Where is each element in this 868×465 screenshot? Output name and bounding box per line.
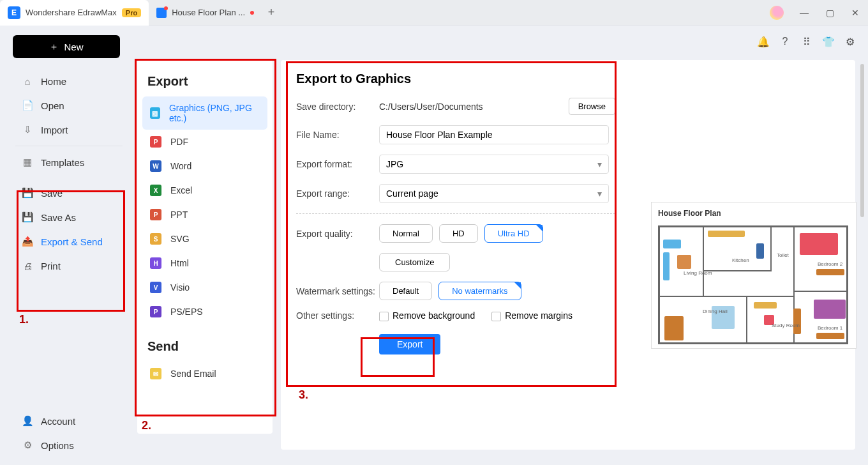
app-logo-icon: E — [8, 6, 20, 19]
room-label: Toilet — [777, 252, 789, 258]
gear-icon: ⚙ — [22, 439, 33, 451]
divider — [296, 213, 615, 214]
room-label: Kitchen — [732, 257, 749, 263]
new-button-label: New — [64, 42, 83, 52]
ps-icon: P — [150, 306, 161, 317]
export-word[interactable]: WWord — [142, 154, 267, 178]
unsaved-dot-icon — [250, 11, 254, 15]
format-select[interactable]: JPG — [379, 155, 609, 174]
remove-background-checkbox[interactable]: Remove background — [379, 310, 475, 321]
nav-save[interactable]: 💾Save — [13, 181, 125, 205]
nav-account[interactable]: 👤Account — [13, 409, 125, 433]
maximize-button[interactable]: ▢ — [817, 8, 842, 18]
export-graphics[interactable]: ▨Graphics (PNG, JPG etc.) — [142, 96, 267, 130]
filename-label: File Name: — [296, 130, 379, 140]
format-value: JPG — [386, 159, 403, 169]
nav-templates[interactable]: ▦Templates — [13, 150, 125, 174]
left-nav-bottom: 👤Account ⚙Options — [13, 409, 125, 457]
export-pdf[interactable]: PPDF — [142, 130, 267, 154]
annotation-label-1: 1. — [19, 313, 29, 326]
apps-button[interactable]: ⠿ — [800, 35, 813, 48]
export-html-label: Html — [170, 258, 189, 268]
other-label: Other settings: — [296, 310, 379, 321]
export-pseps[interactable]: PPS/EPS — [142, 300, 267, 324]
panel-title: Export to Graphics — [296, 72, 615, 86]
nav-open[interactable]: 📄Open — [13, 93, 125, 118]
save-icon: 💾 — [22, 187, 33, 199]
new-button[interactable]: ＋ New — [13, 35, 120, 58]
export-ppt-label: PPT — [170, 210, 188, 220]
export-svg-label: SVG — [170, 234, 190, 244]
export-pdf-label: PDF — [170, 137, 188, 147]
home-icon: ⌂ — [22, 75, 33, 87]
watermark-none[interactable]: No watermarks — [438, 282, 521, 300]
nav-export-send[interactable]: 📤Export & Send — [13, 229, 125, 254]
nav-home-label: Home — [41, 76, 66, 87]
range-value: Current page — [386, 188, 438, 199]
user-avatar[interactable] — [770, 6, 784, 20]
quality-customize[interactable]: Customize — [379, 253, 450, 271]
browse-button[interactable]: Browse — [569, 98, 615, 115]
nav-import[interactable]: ⇩Import — [13, 118, 125, 142]
pro-badge: Pro — [122, 8, 141, 17]
range-label: Export range: — [296, 188, 379, 199]
titlebar: E Wondershare EdrawMax Pro House Floor P… — [0, 0, 868, 26]
app-name: Wondershare EdrawMax — [26, 8, 117, 17]
quality-normal[interactable]: Normal — [379, 224, 433, 243]
room-label: Study Room — [772, 323, 800, 328]
watermark-label: Watermark settings: — [296, 286, 379, 296]
filename-input[interactable] — [379, 125, 609, 144]
templates-icon: ▦ — [22, 156, 33, 168]
saveas-icon: 💾 — [22, 211, 33, 223]
watermark-default[interactable]: Default — [379, 282, 432, 300]
room-label: Living Room — [684, 270, 712, 276]
checkbox-icon — [379, 312, 389, 321]
print-icon: 🖨 — [22, 260, 33, 271]
plus-icon: ＋ — [49, 41, 59, 53]
save-directory-label: Save directory: — [296, 102, 379, 112]
theme-button[interactable]: 👕 — [822, 35, 835, 48]
remove-bg-label: Remove background — [393, 310, 475, 321]
document-tab[interactable]: House Floor Plan ... — [149, 0, 262, 26]
svg-icon: S — [150, 233, 161, 245]
export-pseps-label: PS/EPS — [170, 307, 203, 317]
quality-label: Export quality: — [296, 229, 379, 239]
left-nav: ⌂Home 📄Open ⇩Import ▦Templates 💾Save 💾Sa… — [13, 69, 125, 278]
preview-thumbnail: House Floor Plan Living Room Kitchen Toi… — [651, 202, 857, 349]
pdf-icon: P — [150, 136, 161, 148]
export-visio[interactable]: VVisio — [142, 275, 267, 300]
app-tab[interactable]: E Wondershare EdrawMax Pro — [0, 0, 149, 26]
nav-divider — [15, 146, 123, 146]
notifications-button[interactable]: 🔔 — [757, 35, 770, 48]
new-tab-button[interactable]: + — [262, 6, 281, 19]
export-html[interactable]: HHtml — [142, 251, 267, 275]
remove-margins-checkbox[interactable]: Remove margins — [491, 310, 572, 321]
nav-saveas-label: Save As — [41, 212, 76, 223]
nav-home[interactable]: ⌂Home — [13, 69, 125, 93]
import-icon: ⇩ — [22, 124, 33, 135]
quality-hd[interactable]: HD — [439, 224, 478, 243]
export-excel-label: Excel — [170, 185, 192, 195]
settings-button[interactable]: ⚙ — [844, 35, 857, 48]
top-toolbar: 🔔 ? ⠿ 👕 ⚙ — [757, 35, 857, 48]
quality-ultra-hd[interactable]: Ultra HD — [484, 224, 543, 243]
word-icon: W — [150, 160, 161, 172]
export-icon: 📤 — [22, 236, 33, 247]
nav-open-label: Open — [41, 100, 64, 111]
scrollbar[interactable] — [860, 64, 864, 217]
minimize-button[interactable]: — — [791, 8, 817, 18]
send-email[interactable]: ✉Send Email — [142, 362, 267, 386]
nav-saveas[interactable]: 💾Save As — [13, 205, 125, 229]
nav-options-label: Options — [41, 440, 74, 451]
range-select[interactable]: Current page — [379, 184, 609, 203]
export-excel[interactable]: XExcel — [142, 178, 267, 202]
close-button[interactable]: ✕ — [842, 8, 868, 18]
checkbox-icon — [491, 312, 501, 321]
nav-print[interactable]: 🖨Print — [13, 254, 125, 278]
help-button[interactable]: ? — [779, 35, 791, 48]
export-ppt[interactable]: PPPT — [142, 202, 267, 227]
export-svg[interactable]: SSVG — [142, 227, 267, 251]
ppt-icon: P — [150, 209, 161, 220]
nav-options[interactable]: ⚙Options — [13, 433, 125, 457]
export-button[interactable]: Export — [379, 334, 440, 354]
